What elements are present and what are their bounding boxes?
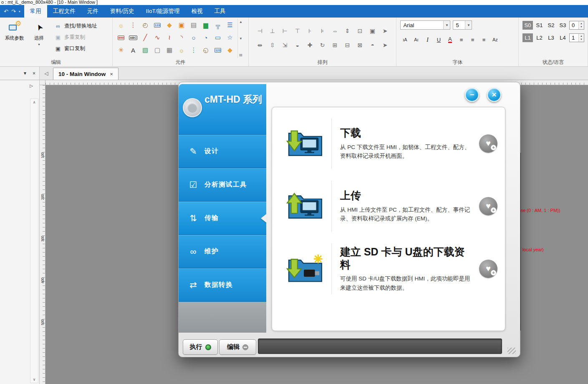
execute-button[interactable]: 执行 xyxy=(183,339,218,355)
favorite-button[interactable]: ♥ + xyxy=(479,260,497,278)
fit-screen-icon[interactable]: ⇲ xyxy=(279,40,291,51)
rect-object-icon[interactable]: ▭ xyxy=(212,31,224,44)
space-evenly-h-icon[interactable]: ⇹ xyxy=(254,40,266,51)
quick-access-more-icon[interactable]: ▾ xyxy=(19,10,20,13)
word2-object-icon[interactable]: ◆ xyxy=(224,44,236,56)
moving-shape-object-icon[interactable]: ▣ xyxy=(176,19,188,31)
list-object-icon[interactable]: ☰ xyxy=(224,19,236,31)
resize-grip[interactable] xyxy=(507,348,516,354)
font-size-select[interactable]: 5 ▼ xyxy=(453,20,472,30)
align-middle-icon[interactable]: ⊦ xyxy=(304,25,316,36)
circle-object-icon[interactable]: ○ xyxy=(188,31,200,44)
table-object-icon[interactable]: ▦ xyxy=(164,44,176,56)
state-s3-button[interactable]: S3 xyxy=(558,21,568,30)
scroll-up-icon[interactable]: ∧ xyxy=(30,99,38,106)
tab-tools[interactable]: 工具 xyxy=(209,5,232,18)
sd-usb-row[interactable]: 建立 SD 卡与 U盘的下载资料 可使用 SD 卡/U盘下载数据到 HMI，此项… xyxy=(272,237,505,300)
align-right-icon[interactable]: ⊢ xyxy=(279,25,291,36)
palette-scroll-down-icon[interactable]: ▼ xyxy=(239,37,242,40)
same-size-icon[interactable]: ⊡ xyxy=(354,25,366,36)
wave-object-icon[interactable]: ∿ xyxy=(151,31,164,44)
grow-font-icon[interactable]: Aı xyxy=(411,35,421,44)
underline-icon[interactable]: U xyxy=(434,35,443,44)
scroll-down-icon[interactable]: ∨ xyxy=(30,376,38,383)
tab-close-icon[interactable]: × xyxy=(110,71,113,77)
chevron-down-icon[interactable]: ▼ xyxy=(443,21,450,29)
tab-data-history[interactable]: 资料/历史 xyxy=(104,5,140,18)
tab-project-file[interactable]: 工程文件 xyxy=(47,5,81,18)
edit-button[interactable]: 编辑 xyxy=(219,339,256,355)
spinner-arrows-icon[interactable]: ▲▼ xyxy=(578,34,584,42)
shrink-font-icon[interactable]: ıA xyxy=(400,35,409,44)
state-s1-button[interactable]: S1 xyxy=(534,21,545,30)
send-back-icon[interactable]: ⊟ xyxy=(341,40,354,51)
traffic-light2-object-icon[interactable]: ⋮ xyxy=(188,44,200,56)
traffic-light-object-icon[interactable]: ⋮ xyxy=(127,19,139,31)
polyline-object-icon[interactable]: ≀ xyxy=(164,31,176,44)
align-bottom-icon[interactable]: ⊧ xyxy=(316,25,329,36)
bulb2-object-icon[interactable]: ☼ xyxy=(176,44,188,56)
find-replace-address-button[interactable]: ∞ 查找/替换地址 xyxy=(54,21,97,30)
panel-dropdown-icon[interactable]: ▼ xyxy=(23,71,27,76)
same-height-icon[interactable]: ⇕ xyxy=(341,25,354,36)
ascii-object-icon[interactable]: ABC xyxy=(127,31,139,44)
menu-item-design[interactable]: ✎ 设计 xyxy=(179,135,266,168)
pinwheel-icon[interactable]: ➤ xyxy=(379,25,391,36)
italic-icon[interactable]: I xyxy=(423,35,432,44)
clock-object-icon[interactable]: ◔ xyxy=(200,31,212,44)
menu-item-transfer[interactable]: ⇅ 传输 xyxy=(179,202,266,235)
meter-object-icon[interactable]: ◴ xyxy=(139,19,151,31)
undo-icon[interactable]: ↶ xyxy=(4,8,8,15)
dialog-minimize-button[interactable]: − xyxy=(465,88,479,102)
window-copy-button[interactable]: ▣ 窗口复制 xyxy=(54,44,97,53)
redo-icon[interactable]: ↷ xyxy=(11,8,16,15)
picture-object-icon[interactable]: ▧ xyxy=(139,44,151,56)
upload-row[interactable]: 上传 从 HMI 上传文件至 PC，如工程文件、配方、事件记录、资料取样记录或扩… xyxy=(272,175,505,237)
language-l1-button[interactable]: L1 xyxy=(522,33,533,42)
tab-iiot-energy[interactable]: IIoT/能源管理 xyxy=(140,5,186,18)
star-object-icon[interactable]: ☆ xyxy=(224,31,236,44)
align-top-icon[interactable]: ⊤ xyxy=(291,25,304,36)
tab-objects[interactable]: 元件 xyxy=(81,5,104,18)
arc-object-icon[interactable]: ◝ xyxy=(176,31,188,44)
font-style-icon[interactable]: Az xyxy=(490,35,500,44)
redraw-icon[interactable]: ◓ xyxy=(366,40,379,51)
language-l2-button[interactable]: L2 xyxy=(534,33,545,42)
menu-item-analysis-tools[interactable]: ☑ 分析测试工具 xyxy=(179,168,266,202)
align-text-center-icon[interactable]: ≡ xyxy=(468,35,477,44)
rotate-icon[interactable]: ↻ xyxy=(316,40,329,51)
multi-copy-button[interactable]: ▣ 多重复制 xyxy=(54,33,97,42)
dialog-close-button[interactable]: × xyxy=(487,88,501,102)
pipe-object-icon[interactable]: ╦ xyxy=(212,19,224,31)
run-arrange-icon[interactable]: ➤ xyxy=(379,40,391,51)
font-family-select[interactable]: Arial ▼ xyxy=(400,20,450,30)
select-button[interactable]: ➤ 选择 ▾ xyxy=(27,19,51,58)
tab-scroll-left-button[interactable]: ◁ xyxy=(40,67,53,80)
state-s0-button[interactable]: S0 xyxy=(522,21,533,30)
chevron-down-icon[interactable]: ▼ xyxy=(465,21,472,29)
palette-more-icon[interactable]: ▤ xyxy=(239,53,242,57)
same-width-icon[interactable]: ⇔ xyxy=(329,25,341,36)
word-object-icon[interactable]: ◆ xyxy=(164,19,176,31)
menu-item-data-conversion[interactable]: ⇄ 数据转换 xyxy=(179,268,266,302)
font-color-icon[interactable]: A xyxy=(445,35,454,44)
panel-expand-icon[interactable]: ▷ xyxy=(30,83,33,88)
text-object-icon[interactable]: A xyxy=(127,44,139,56)
line-object-icon[interactable]: ╱ xyxy=(139,31,151,44)
scale-object-icon[interactable]: ▤ xyxy=(188,19,200,31)
align-left-icon[interactable]: ⊣ xyxy=(254,25,266,36)
align-text-left-icon[interactable]: ≡ xyxy=(457,35,466,44)
frame-object-icon[interactable]: ▢ xyxy=(151,44,164,56)
align-text-right-icon[interactable]: ≡ xyxy=(479,35,488,44)
effect-object-icon[interactable]: ✳ xyxy=(115,44,127,56)
numeric-object-icon[interactable]: 123 xyxy=(151,19,164,31)
spinner-arrows-icon[interactable]: ▲▼ xyxy=(578,21,584,29)
numeric-input-object-icon[interactable]: 999 xyxy=(115,31,127,44)
panel-close-icon[interactable]: × xyxy=(33,71,35,76)
bulb-object-icon[interactable]: ☼ xyxy=(115,19,127,31)
group-icon[interactable]: ▣ xyxy=(366,25,379,36)
document-tab[interactable]: 10 - Main Window × xyxy=(53,68,119,80)
editor-canvas[interactable]: 100200300400500 me (0 : AM, 1 : PM)) loc… xyxy=(40,80,588,384)
layer-order-icon[interactable]: ⊠ xyxy=(354,40,366,51)
bar-graph-object-icon[interactable]: ▆ xyxy=(200,19,212,31)
